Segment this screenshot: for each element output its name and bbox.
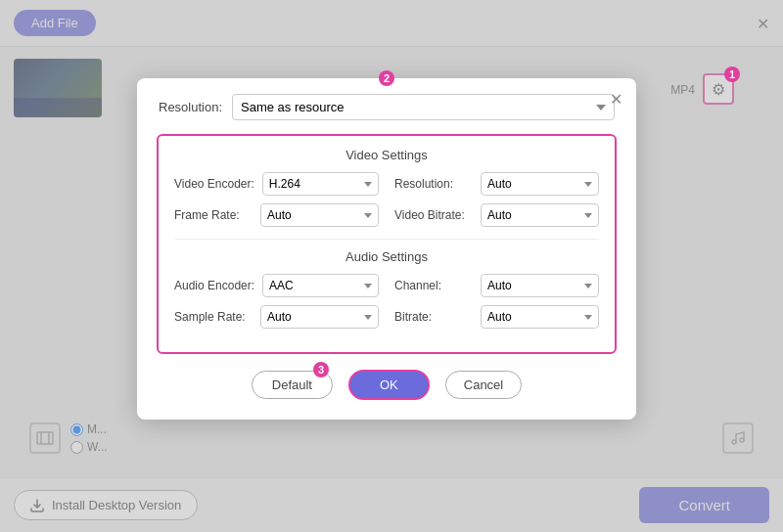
cancel-button[interactable]: Cancel (445, 371, 522, 399)
channel-row: Channel: Auto (394, 274, 599, 297)
badge-3: 3 (313, 362, 329, 377)
channel-select[interactable]: Auto (481, 274, 599, 297)
divider (174, 239, 599, 240)
bitrate-label: Bitrate: (394, 310, 473, 324)
sample-rate-row: Sample Rate: Auto (174, 305, 379, 329)
sample-rate-select[interactable]: Auto (260, 305, 379, 329)
settings-box: Video Settings Video Encoder: H.264 Reso… (157, 134, 617, 354)
resolution-top-select[interactable]: Same as resource (232, 94, 615, 120)
audio-settings-title: Audio Settings (174, 249, 599, 264)
video-settings-title: Video Settings (174, 148, 599, 162)
settings-dialog: 2 ✕ Resolution: Same as resource Video S… (137, 78, 636, 420)
badge-2: 2 (379, 70, 394, 86)
video-bitrate-select[interactable]: Auto (481, 203, 599, 227)
video-bitrate-label: Video Bitrate: (394, 208, 473, 222)
resolution-row: Resolution: Auto (394, 172, 599, 196)
dialog-close-button[interactable]: ✕ (610, 90, 622, 109)
resolution-top-row: Resolution: Same as resource (157, 94, 617, 120)
audio-settings-grid: Audio Encoder: AAC Channel: Auto Sample … (174, 274, 599, 329)
video-settings-grid: Video Encoder: H.264 Resolution: Auto Fr… (174, 172, 599, 227)
frame-rate-row: Frame Rate: Auto (174, 203, 379, 227)
dialog-footer: 3 Default OK Cancel (157, 370, 617, 400)
video-bitrate-row: Video Bitrate: Auto (394, 203, 599, 227)
resolution-label2: Resolution: (394, 177, 473, 191)
video-encoder-label: Video Encoder: (174, 177, 254, 191)
video-encoder-select[interactable]: H.264 (262, 172, 379, 196)
channel-label: Channel: (394, 279, 473, 292)
bitrate-select[interactable]: Auto (481, 305, 599, 329)
badge-1: 1 (724, 66, 740, 82)
bitrate-row: Bitrate: Auto (394, 305, 599, 329)
resolution-top-label: Resolution: (159, 100, 222, 114)
frame-rate-select[interactable]: Auto (260, 203, 379, 227)
sample-rate-label: Sample Rate: (174, 310, 253, 324)
resolution-select[interactable]: Auto (481, 172, 599, 196)
audio-encoder-row: Audio Encoder: AAC (174, 274, 379, 297)
audio-encoder-label: Audio Encoder: (174, 279, 254, 292)
audio-encoder-select[interactable]: AAC (262, 274, 379, 297)
ok-button[interactable]: OK (348, 370, 430, 400)
video-encoder-row: Video Encoder: H.264 (174, 172, 379, 196)
frame-rate-label: Frame Rate: (174, 208, 253, 222)
